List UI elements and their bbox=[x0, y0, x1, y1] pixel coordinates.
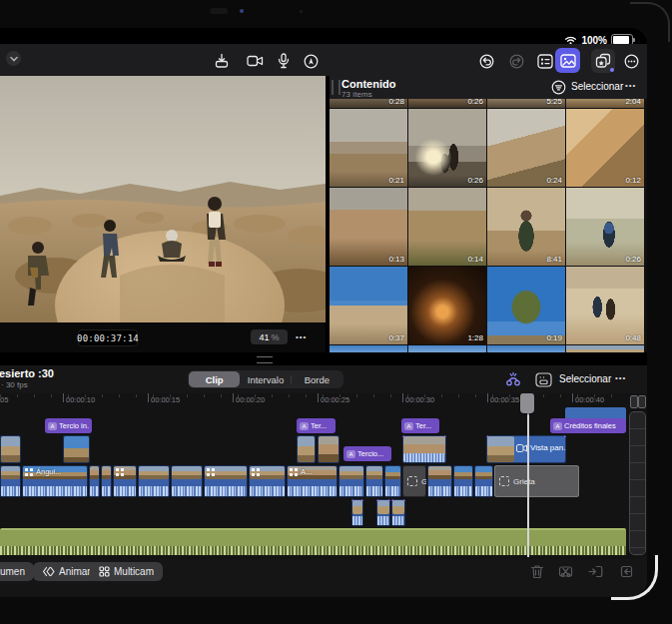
connected-clip[interactable] bbox=[402, 435, 446, 463]
connected-clip[interactable] bbox=[0, 435, 21, 463]
volume-button[interactable]: Volumen bbox=[0, 562, 34, 581]
primary-storyline-clip[interactable] bbox=[249, 465, 286, 497]
divider-drag-handle[interactable] bbox=[257, 356, 273, 363]
primary-storyline-clip[interactable]: Ángul... bbox=[22, 465, 88, 497]
primary-storyline-clip[interactable] bbox=[89, 465, 100, 497]
clip-thumbnail-strip bbox=[139, 466, 169, 479]
timeline-track-scroller[interactable] bbox=[629, 395, 646, 555]
viewer-more-icon[interactable]: ••• bbox=[296, 329, 307, 344]
browser-select-button[interactable]: Seleccionar bbox=[571, 81, 623, 92]
tab-intervalo[interactable]: Intervalo bbox=[240, 371, 291, 387]
primary-storyline-clip[interactable]: G... bbox=[402, 465, 426, 497]
media-thumbnail[interactable] bbox=[487, 345, 565, 352]
playhead-handle[interactable] bbox=[520, 393, 534, 413]
media-thumbnail[interactable]: 5:25 bbox=[487, 99, 565, 108]
media-thumbnail[interactable]: 0:13 bbox=[330, 188, 407, 266]
primary-storyline-clip[interactable] bbox=[474, 465, 493, 497]
media-thumbnail[interactable]: 1:28 bbox=[408, 267, 486, 344]
mic-icon[interactable] bbox=[274, 51, 294, 71]
primary-storyline-clip[interactable] bbox=[113, 465, 137, 497]
primary-storyline-clip[interactable] bbox=[171, 465, 203, 497]
media-thumbnail[interactable]: 0:37 bbox=[330, 267, 407, 344]
media-thumbnail[interactable]: 0:14 bbox=[408, 188, 486, 266]
camera-sensor-dot2 bbox=[300, 10, 303, 13]
primary-storyline-clip[interactable] bbox=[338, 465, 364, 497]
cut-icon[interactable] bbox=[555, 561, 575, 581]
redo-icon[interactable] bbox=[506, 51, 526, 71]
chevron-down-icon[interactable] bbox=[6, 51, 21, 66]
connected-clip[interactable]: Vista pan... bbox=[486, 435, 566, 463]
video-viewer[interactable]: 00:00:37:14 41 % ••• bbox=[0, 76, 326, 352]
filter-icon[interactable] bbox=[551, 80, 566, 95]
record-icon[interactable] bbox=[301, 51, 321, 71]
overlay-icon[interactable] bbox=[534, 370, 552, 388]
media-thumbnail[interactable]: 0:26 bbox=[566, 188, 644, 266]
media-thumbnail[interactable] bbox=[408, 345, 486, 352]
timeline-select-button[interactable]: Seleccionar bbox=[559, 373, 611, 384]
tab-borde[interactable]: Borde bbox=[292, 371, 342, 387]
trash-icon[interactable] bbox=[527, 561, 547, 581]
clip-thumbnail-strip bbox=[339, 466, 363, 479]
insert-icon[interactable] bbox=[585, 561, 605, 581]
title-clip[interactable]: ATercio... bbox=[343, 446, 391, 461]
import-icon[interactable] bbox=[212, 51, 232, 71]
media-thumbnail[interactable]: 0:26 bbox=[408, 109, 486, 187]
tab-clip[interactable]: Clip bbox=[189, 371, 240, 387]
connected-clip[interactable] bbox=[318, 435, 339, 463]
title-clip[interactable]: ACréditos finales bbox=[550, 418, 626, 433]
media-thumbnail[interactable]: 0:12 bbox=[566, 109, 644, 187]
media-thumbnail[interactable] bbox=[330, 345, 407, 352]
title-clip[interactable]: ATer... bbox=[401, 418, 439, 433]
connected-clip-below[interactable] bbox=[391, 499, 405, 526]
connected-clip-below[interactable] bbox=[376, 499, 390, 526]
bezel-corner-bottom-right bbox=[611, 555, 658, 600]
media-thumbnail[interactable]: 8:41 bbox=[487, 188, 565, 266]
camera-icon bbox=[516, 444, 527, 452]
media-browser-icon[interactable] bbox=[555, 48, 580, 73]
media-thumbnail[interactable]: 0:24 bbox=[487, 109, 565, 187]
primary-storyline-clip[interactable] bbox=[384, 465, 401, 497]
ruler-label: 00:00:35 bbox=[490, 395, 519, 404]
connected-clip-below[interactable] bbox=[351, 499, 363, 526]
primary-storyline-clip[interactable]: Grieta bbox=[494, 465, 579, 497]
title-clip[interactable]: ATercio in... bbox=[45, 418, 92, 433]
media-thumbnail[interactable]: 0:19 bbox=[487, 267, 565, 344]
undo-icon[interactable] bbox=[476, 51, 496, 71]
connections-icon[interactable] bbox=[504, 370, 522, 388]
timeline-more-icon[interactable]: ••• bbox=[615, 373, 626, 382]
media-thumbnail[interactable]: 0:48 bbox=[566, 267, 644, 344]
media-thumbnail[interactable]: 2:04 bbox=[566, 99, 644, 108]
panel-grip-icon[interactable] bbox=[332, 80, 340, 95]
music-audio-clip[interactable] bbox=[0, 528, 626, 555]
primary-storyline-clip[interactable] bbox=[453, 465, 473, 497]
primary-storyline-clip[interactable] bbox=[365, 465, 383, 497]
track-zoom-pill2[interactable] bbox=[638, 395, 646, 408]
connected-clip[interactable] bbox=[63, 435, 90, 463]
camera-icon[interactable] bbox=[245, 51, 265, 71]
track-zoom-pill[interactable] bbox=[630, 395, 638, 408]
media-thumbnail[interactable]: 0:28 bbox=[330, 99, 407, 108]
multicam-button[interactable]: Multicam bbox=[90, 562, 163, 581]
timecode-display[interactable]: 00:00:37:14 bbox=[78, 329, 138, 346]
media-thumbnail[interactable]: 0:21 bbox=[330, 109, 407, 187]
clip-thumbnail-strip bbox=[385, 466, 400, 479]
connected-clip[interactable] bbox=[297, 435, 316, 463]
title-clip[interactable]: ATer... bbox=[297, 418, 336, 433]
primary-storyline-clip[interactable] bbox=[138, 465, 170, 497]
primary-storyline-clip[interactable] bbox=[101, 465, 112, 497]
timeline-area[interactable]: 0500:00:1000:00:1500:00:2000:00:2500:00:… bbox=[0, 393, 647, 559]
browser-more-icon[interactable]: ••• bbox=[625, 81, 636, 90]
multicam-grid-icon bbox=[99, 566, 110, 577]
track-overview[interactable] bbox=[629, 411, 646, 555]
primary-storyline-clip[interactable] bbox=[427, 465, 452, 497]
more-icon[interactable] bbox=[621, 51, 641, 71]
browser-header: Contenido 73 ítems Seleccionar ••• bbox=[330, 76, 647, 99]
media-thumbnail[interactable] bbox=[566, 345, 644, 352]
primary-storyline-clip[interactable] bbox=[0, 465, 21, 497]
media-thumbnail[interactable]: 0:26 bbox=[408, 99, 486, 108]
zoom-level-control[interactable]: 41 % bbox=[251, 329, 288, 344]
effects-icon[interactable] bbox=[591, 49, 615, 73]
inspector-icon[interactable] bbox=[535, 51, 555, 71]
primary-storyline-clip[interactable]: A... bbox=[287, 465, 337, 497]
primary-storyline-clip[interactable] bbox=[204, 465, 248, 497]
